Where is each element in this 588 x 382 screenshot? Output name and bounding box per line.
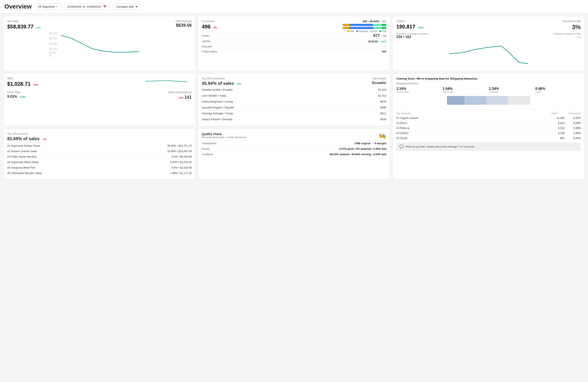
products-title: Top 20% products: [7, 132, 192, 135]
list-item: #1 Ergonomic Rubber Pants 39.94% • $23,7…: [7, 143, 192, 148]
orders-badge: -7%: [382, 35, 386, 37]
mrr-value: $1,028.71: [7, 81, 31, 87]
conv-rate-label: Conversion rate: [562, 20, 581, 23]
acquired-label: Customers acquired / day: [553, 32, 581, 35]
disputes-value: - -: [384, 45, 386, 48]
emails-label: Emails: [202, 147, 210, 150]
date-range-picker[interactable]: 01/06/2023 to 31/08/2023 📅: [64, 3, 109, 10]
churn-badge: +19%: [19, 96, 25, 98]
date-from: 01/06/2023: [67, 5, 82, 8]
churn-label: Churn Rate: [7, 91, 26, 94]
list-item: #5 Gorgeous Metal Fish 4.4% • $2,619.49: [7, 165, 192, 170]
feedback-text: What do you like / dislike about this re…: [405, 145, 474, 148]
behavior-label-4: Order: [535, 91, 581, 93]
daily-avg-value: $639.56: [175, 23, 192, 28]
feedback-bar[interactable]: 💬 What do you like / dislike about this …: [396, 142, 581, 151]
behavior-label-1: Product view: [396, 91, 442, 93]
customers-badge: -9%: [213, 26, 217, 29]
acquired-value: - -: [553, 35, 581, 39]
churn-value: 9.03%: [7, 95, 17, 99]
behavior-grid: 1.16% Product view 1.04% Add to cart 1.3…: [396, 87, 581, 93]
visitors-card: Visitors 190,817 +32% Conversion rate 3%…: [393, 16, 585, 71]
coming-soon-title: Coming Soon: We're preparing data for Sh…: [396, 77, 581, 80]
subs-label: Active Subscriptions: [168, 91, 192, 94]
orders-value: 877: [373, 33, 380, 38]
visitors-value: 190,817: [396, 24, 415, 30]
locations-value: 69.03% cleaned • 30.94% missing • 0.03% …: [330, 153, 386, 156]
list-item: #4 Ergonomic Metal Shoes 5.44% • $3,233.…: [7, 160, 192, 165]
orders-row: Orders 877 -7%: [202, 32, 386, 39]
page-title: Overview: [4, 3, 32, 10]
header: Overview All Segments ▼ 01/06/2023 to 31…: [0, 0, 588, 13]
behavior-product-view: 1.16% Product view: [396, 87, 442, 93]
channel-row: #1 Organic Search 11,400 0.25%: [396, 116, 581, 121]
mrr-badge: -26%: [33, 83, 39, 86]
behavior-order: 0.48% Order: [535, 87, 581, 93]
users-col-header: Users: [551, 112, 558, 115]
svg-text:$15,000: $15,000: [49, 43, 57, 45]
compare-button[interactable]: Compare with ▼: [113, 3, 141, 10]
mrr-mini-chart: [144, 77, 192, 88]
behavior-pct-2: 1.04%: [443, 87, 488, 91]
failed-orders-row: Failed orders 432: [202, 49, 386, 54]
conversion-col-header: Conversion: [568, 112, 581, 115]
channel-row: #5 Social 867 0.00%: [396, 136, 581, 141]
emails-value: 0.07% good • 0% webmail • 0.48% bad: [339, 147, 386, 150]
customers-card: Customers 496 -9% 190 • 45.94% +1%: [198, 16, 390, 71]
customers-bar-badge: +1%: [381, 20, 386, 23]
top-customers-title: Top 20% customers: [202, 77, 241, 80]
compare-label: Compare with: [116, 5, 134, 8]
repeat-label: One time vs repeat customers: [396, 32, 428, 35]
quality-icon: 🧑‍🍳: [378, 132, 386, 140]
failed-orders-value: 432: [382, 50, 386, 53]
products-badge: -3%: [42, 138, 47, 141]
net-sales-chart: $25,000 $20,000 $15,000 $10,000 $5,000 $…: [7, 32, 192, 58]
coming-soon-card: Coming Soon: We're preparing data for Sh…: [393, 73, 585, 180]
channel-row: #3 Referral 4,312 0.28%: [396, 125, 581, 131]
orders-label: Orders: [202, 34, 210, 37]
disputes-row: Disputes - -: [202, 44, 386, 49]
visitors-label: Visitors: [396, 20, 424, 23]
subs-badge: -13%: [178, 97, 184, 99]
visitors-badge: +32%: [418, 26, 424, 29]
net-sales-label: Net Sales: [7, 20, 41, 23]
legend-new: New: [347, 30, 354, 32]
channels-header: Top channels Users Conversion: [396, 112, 581, 116]
svg-rect-18: [447, 96, 464, 105]
daily-avg-label: Daily Average: [175, 20, 192, 23]
list-item: Jennings Schuppe • Tonga $513: [202, 110, 386, 116]
legend-free: Free: [370, 30, 377, 32]
top-customers-card: Top 20% customers 45.94% of sales +5% To…: [198, 73, 390, 126]
behavior-pct-4: 0.48%: [535, 87, 581, 91]
quality-card: Quality check Because good data = better…: [198, 129, 390, 180]
list-item: Grayce Paucek • Grenada $430: [202, 116, 386, 122]
list-item: #6 Unbranded Wooden Salad 1.98% • $1,177…: [7, 170, 192, 176]
quality-title: Quality check: [202, 132, 246, 136]
conv-rate-value: 3%: [572, 24, 581, 31]
svg-text:$25,000: $25,000: [49, 32, 57, 35]
channel-row: #4 (Other) 2,209 2.86%: [396, 131, 581, 136]
customers-bar-label: 190 • 45.94% +1%: [342, 20, 386, 23]
quality-subtitle: Because good data = better decisions!: [202, 136, 246, 139]
repeat-value: 334 • 162: [396, 35, 428, 39]
products-list: #1 Ergonomic Rubber Pants 39.94% • $23,7…: [7, 143, 192, 176]
behavior-add-to-cart: 1.04% Add to cart: [443, 87, 488, 93]
top-location-value: Ecuador: [372, 81, 386, 85]
transactions-label: Transactions: [202, 142, 217, 145]
list-item: Carley Bergnaum • norway $634: [202, 99, 386, 104]
behavior-label-3: Checkout: [489, 91, 535, 93]
locations-row: Locations 69.03% cleaned • 30.94% missin…: [202, 152, 386, 157]
svg-text:$10,000: $10,000: [49, 48, 57, 50]
mrr-label: MRR: [7, 77, 38, 80]
chat-icon: 💬: [399, 144, 404, 149]
list-item: Leon Windler • malta $1,513: [202, 93, 386, 99]
net-sales-value: $58,839.77: [7, 24, 34, 30]
list-item: #3 Putler Starter-Monthly 8.5% • $5,053.…: [7, 154, 192, 160]
top-customers-list: Danielle Schiller • Ecuador $3,263 Leon …: [202, 87, 386, 122]
dashboard: Net Sales $58,839.77 +1% Daily Average $…: [0, 13, 588, 182]
failed-orders-label: Failed orders: [202, 50, 217, 53]
segment-dropdown[interactable]: All Segments ▼: [35, 3, 61, 10]
funnel-chart: [396, 95, 581, 106]
top-customers-badge: +5%: [236, 83, 241, 85]
calendar-icon: 📅: [103, 5, 106, 8]
